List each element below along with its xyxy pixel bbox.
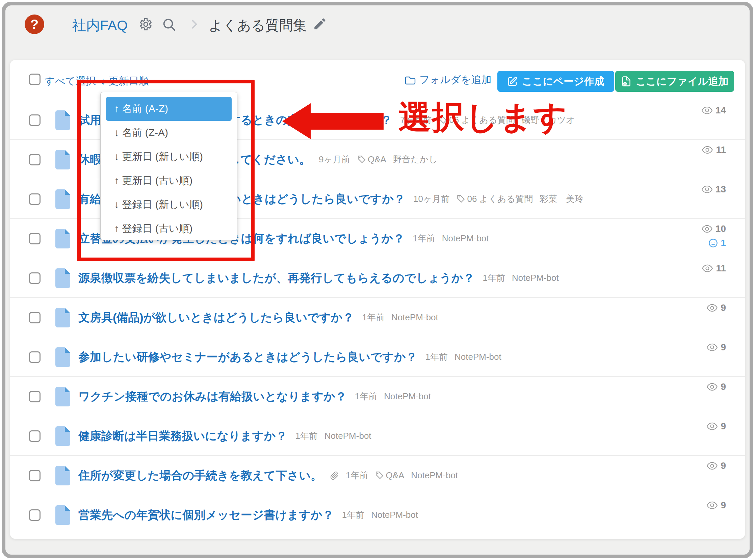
- document-icon: [53, 268, 70, 288]
- list-item: 住所が変更した場合の手続きを教えて下さい。 1年前 Q&A NotePM-bot: [10, 455, 745, 495]
- author-name[interactable]: NotePM-bot: [371, 510, 418, 520]
- view-count: 11: [716, 263, 726, 274]
- author-name[interactable]: NotePM-bot: [442, 233, 489, 244]
- view-count: 9: [720, 460, 726, 471]
- author-name[interactable]: NotePM-bot: [411, 470, 458, 481]
- page-title-link[interactable]: 参加したい研修やセミナーがあるときはどうしたら良いですか？: [78, 349, 417, 365]
- row-meta: 1年前 NotePM-bot: [342, 509, 418, 521]
- page-title-link[interactable]: 源泉徴収票を紛失してしまいましたが、再発行してもらえるのでしょうか？: [78, 271, 475, 286]
- page-title-link[interactable]: 営業先への年賀状に個別メッセージ書けますか？: [78, 507, 334, 523]
- document-icon: [53, 505, 70, 525]
- row-checkbox[interactable]: [29, 312, 41, 323]
- add-file-button[interactable]: ここにファイル追加: [615, 71, 734, 92]
- eye-icon: [707, 422, 718, 431]
- select-all-checkbox[interactable]: [29, 74, 41, 85]
- author-name[interactable]: 野音たかし: [393, 154, 438, 165]
- page-title-link[interactable]: 文房具(備品)が欲しいときはどうしたら良いですか？: [78, 310, 354, 325]
- file-plus-icon: [621, 76, 632, 87]
- eye-icon: [702, 264, 713, 273]
- row-checkbox[interactable]: [29, 273, 41, 284]
- document-icon: [53, 465, 70, 486]
- attachment-icon: [330, 471, 339, 480]
- updated-time: 1年前: [342, 509, 364, 521]
- row-checkbox[interactable]: [29, 391, 41, 402]
- workspace-title-link[interactable]: 社内FAQ: [72, 16, 127, 35]
- eye-icon: [707, 303, 718, 312]
- row-meta: 1年前 NotePM-bot: [413, 233, 489, 244]
- annotation-arrow-body: [309, 113, 383, 129]
- view-counter: 9: [707, 381, 726, 392]
- eye-icon: [702, 145, 713, 154]
- author-name[interactable]: NotePM-bot: [391, 312, 438, 323]
- document-icon: [53, 386, 70, 407]
- row-checkbox[interactable]: [29, 352, 41, 363]
- view-counter: 13: [701, 184, 726, 195]
- page-title-link[interactable]: 住所が変更した場合の手続きを教えて下さい。: [78, 468, 322, 483]
- row-checkbox[interactable]: [29, 509, 41, 521]
- updated-time: 9ヶ月前: [319, 154, 350, 165]
- document-icon: [53, 110, 70, 131]
- document-icon: [53, 426, 70, 446]
- row-checkbox[interactable]: [29, 233, 41, 244]
- view-counter: 9: [707, 500, 726, 511]
- document-icon: [53, 307, 70, 328]
- author-name[interactable]: 彩菜 美玲: [540, 193, 583, 205]
- view-count: 13: [715, 184, 726, 195]
- row-meta: 1年前 NotePM-bot: [483, 272, 559, 284]
- eye-icon: [707, 501, 718, 510]
- eye-icon: [701, 185, 713, 194]
- pencil-square-icon: [507, 76, 518, 87]
- updated-time: 1年前: [355, 391, 377, 402]
- view-counter: 9: [707, 342, 726, 353]
- row-checkbox[interactable]: [29, 194, 41, 205]
- breadcrumb-chevron-icon: [188, 18, 200, 31]
- reaction-badge[interactable]: 1: [709, 238, 726, 248]
- tag[interactable]: 06 よくある質問: [456, 193, 533, 205]
- edit-title-pencil-icon[interactable]: [313, 17, 327, 31]
- row-checkbox[interactable]: [29, 431, 41, 442]
- row-meta: 1年前 NotePM-bot: [425, 351, 501, 363]
- row-meta: 1年前 Q&A NotePM-bot: [330, 469, 458, 481]
- workspace-logo[interactable]: ?: [25, 15, 44, 34]
- add-folder-button[interactable]: フォルダを追加: [404, 73, 492, 87]
- row-checkbox[interactable]: [29, 115, 41, 126]
- view-count: 9: [720, 342, 726, 353]
- updated-time: 1年前: [362, 312, 384, 323]
- row-meta: 9ヶ月前 Q&A 野音たかし: [319, 154, 438, 165]
- list-item: 源泉徴収票を紛失してしまいましたが、再発行してもらえるのでしょうか？ 1年前 N…: [10, 258, 745, 297]
- view-count: 9: [720, 381, 726, 392]
- list-item: ワクチン接種でのお休みは有給扱いとなりますか？ 1年前 NotePM-bot 9: [10, 376, 745, 416]
- document-icon: [53, 347, 70, 367]
- view-count: 11: [716, 144, 726, 155]
- create-page-label: ここにページ作成: [522, 75, 604, 88]
- view-counter: 9: [707, 421, 726, 432]
- tag[interactable]: Q&A: [375, 470, 404, 481]
- search-icon[interactable]: [161, 17, 177, 33]
- row-meta: 1年前 NotePM-bot: [295, 430, 371, 442]
- create-page-button[interactable]: ここにページ作成: [497, 71, 614, 92]
- updated-time: 1年前: [413, 233, 435, 244]
- folder-icon: [404, 75, 416, 85]
- list-item: 参加したい研修やセミナーがあるときはどうしたら良いですか？ 1年前 NotePM…: [10, 337, 745, 376]
- author-name[interactable]: NotePM-bot: [455, 352, 501, 362]
- tag[interactable]: Q&A: [357, 154, 386, 165]
- view-count: 14: [715, 105, 726, 116]
- page-title-link[interactable]: 健康診断は半日業務扱いになりますか？: [78, 428, 287, 444]
- view-counter: 11: [702, 144, 726, 155]
- row-checkbox[interactable]: [29, 470, 41, 481]
- view-counter: 11: [702, 263, 726, 274]
- row-checkbox[interactable]: [29, 154, 41, 165]
- annotation-arrow-icon: [282, 103, 311, 139]
- view-counter: 9: [707, 302, 726, 313]
- document-icon: [53, 189, 70, 209]
- author-name[interactable]: NotePM-bot: [384, 391, 431, 402]
- eye-icon: [707, 382, 718, 391]
- tag-label: 06 よくある質問: [467, 193, 533, 205]
- author-name[interactable]: NotePM-bot: [512, 273, 559, 283]
- view-counter: 14: [701, 105, 726, 116]
- gear-icon[interactable]: [138, 17, 153, 32]
- annotation-label: 選択します: [398, 96, 568, 140]
- page-title-link[interactable]: ワクチン接種でのお休みは有給扱いとなりますか？: [78, 389, 347, 404]
- tag-label: Q&A: [385, 470, 404, 481]
- author-name[interactable]: NotePM-bot: [324, 431, 372, 441]
